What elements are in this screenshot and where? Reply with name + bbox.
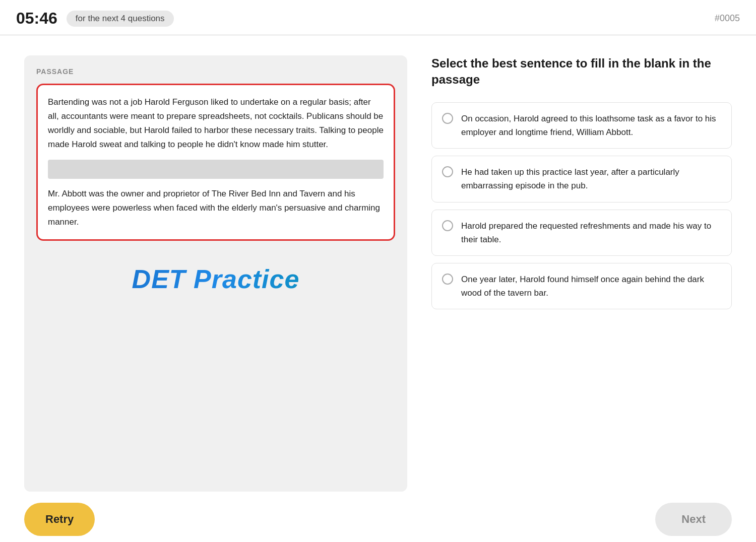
radio-a[interactable] <box>442 113 453 124</box>
option-b[interactable]: He had taken up this practice last year,… <box>431 156 732 202</box>
question-title: Select the best sentence to fill in the … <box>431 55 732 88</box>
option-b-text: He had taken up this practice last year,… <box>461 165 721 192</box>
option-a[interactable]: On occasion, Harold agreed to this loath… <box>431 102 732 149</box>
timer-badge: for the next 4 questions <box>67 11 174 27</box>
passage-paragraph2: Mr. Abbott was the owner and proprietor … <box>48 187 384 229</box>
next-button[interactable]: Next <box>655 503 732 536</box>
passage-blank <box>48 160 384 179</box>
retry-button[interactable]: Retry <box>24 503 95 536</box>
passage-box: Bartending was not a job Harold Ferguson… <box>36 84 395 241</box>
footer: Retry Next <box>0 492 756 542</box>
option-d[interactable]: One year later, Harold found himself onc… <box>431 263 732 309</box>
timer: 05:46 <box>16 9 57 28</box>
header-left: 05:46 for the next 4 questions <box>16 9 174 28</box>
radio-c[interactable] <box>442 220 453 231</box>
radio-d[interactable] <box>442 274 453 285</box>
passage-paragraph1: Bartending was not a job Harold Ferguson… <box>48 95 384 152</box>
question-id: #0005 <box>715 13 740 24</box>
main-content: PASSAGE Bartending was not a job Harold … <box>0 35 756 492</box>
radio-b[interactable] <box>442 166 453 177</box>
passage-label: PASSAGE <box>36 67 395 76</box>
right-panel: Select the best sentence to fill in the … <box>431 55 732 492</box>
option-d-text: One year later, Harold found himself onc… <box>461 273 721 300</box>
option-c[interactable]: Harold prepared the requested refreshmen… <box>431 210 732 256</box>
header: 05:46 for the next 4 questions #0005 <box>0 0 756 35</box>
left-panel: PASSAGE Bartending was not a job Harold … <box>24 55 407 492</box>
option-a-text: On occasion, Harold agreed to this loath… <box>461 112 721 139</box>
options-list: On occasion, Harold agreed to this loath… <box>431 102 732 310</box>
option-c-text: Harold prepared the requested refreshmen… <box>461 219 721 246</box>
det-watermark: DET Practice <box>36 249 395 299</box>
